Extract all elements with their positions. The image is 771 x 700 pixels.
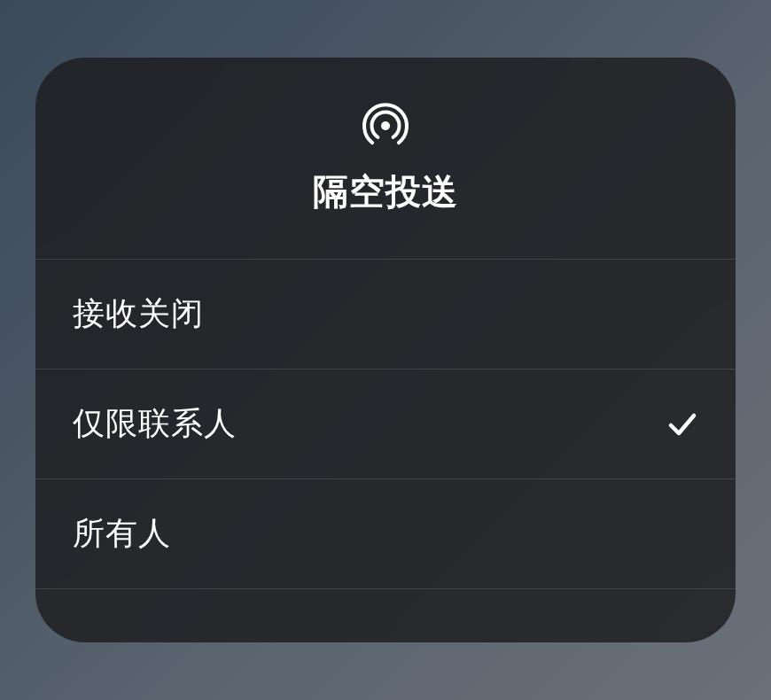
option-label: 所有人 (73, 512, 171, 556)
option-label: 仅限联系人 (73, 402, 237, 446)
svg-point-0 (381, 121, 390, 130)
airdrop-panel: 隔空投送 接收关闭 仅限联系人 所有人 (35, 58, 736, 642)
panel-title: 隔空投送 (313, 167, 458, 216)
airdrop-icon (360, 100, 411, 152)
option-contacts-only[interactable]: 仅限联系人 (35, 369, 736, 479)
option-label: 接收关闭 (73, 292, 204, 336)
checkmark-icon (666, 408, 698, 440)
option-receiving-off[interactable]: 接收关闭 (35, 260, 736, 369)
option-everyone[interactable]: 所有人 (35, 479, 736, 589)
panel-header: 隔空投送 (35, 58, 736, 260)
